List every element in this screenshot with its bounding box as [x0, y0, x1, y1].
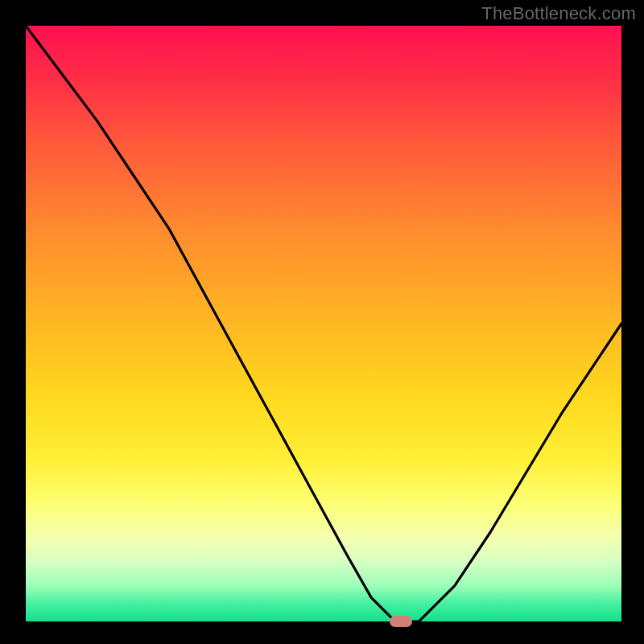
optimal-point-marker	[390, 616, 412, 627]
chart-stage: TheBottleneck.com	[0, 0, 644, 644]
bottleneck-gradient-background	[26, 26, 621, 621]
attribution-text: TheBottleneck.com	[481, 3, 636, 24]
plot-area	[26, 26, 621, 621]
